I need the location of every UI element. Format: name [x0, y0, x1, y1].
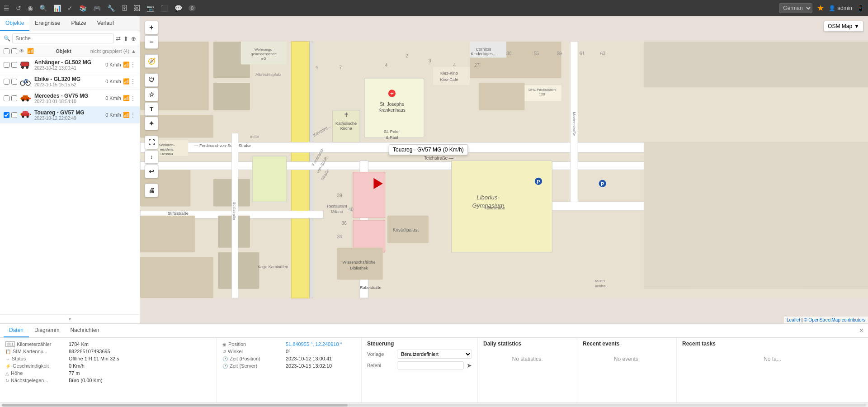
svg-rect-12 [29, 98, 31, 99]
bottom-daily-stats: Daily statistics No statistics. [478, 338, 577, 402]
tab-objekte[interactable]: Objekte [0, 16, 29, 31]
data-label: → Status [5, 356, 69, 361]
gamepad-icon[interactable]: 🎮 [93, 5, 101, 12]
image-icon[interactable]: 🖼 [134, 5, 140, 12]
item-check-secondary-mercedes[interactable] [11, 95, 17, 101]
admin-button[interactable]: 👤 admin [829, 5, 852, 11]
item-check-secondary-touareg[interactable] [11, 112, 17, 118]
svg-text:39: 39 [337, 193, 342, 198]
location-icon[interactable]: ◉ [28, 5, 33, 12]
svg-text:Teichstraße —: Teichstraße — [424, 156, 454, 161]
sidebar-scroll-down[interactable]: ▼ [0, 314, 140, 323]
expand-button[interactable]: ↕ [145, 150, 158, 164]
fullscreen-button[interactable]: ⛶ [145, 136, 158, 149]
shield-button[interactable]: 🛡 [145, 73, 158, 87]
item-info-touareg: Touareg - GV57 MG 2023-10-12 22:02:49 [34, 109, 105, 121]
share-icon[interactable]: ⬆ [123, 35, 128, 42]
map-container[interactable]: Liborius- Gymnasium St. Josephs Krankenh… [140, 16, 868, 323]
leaflet-link[interactable]: Leaflet [787, 317, 800, 322]
svg-text:Dessau: Dessau [160, 152, 173, 156]
bottom-position-section: ◉ Position 51.840955 °, 12.240918 ° ↺ Wi… [217, 338, 362, 402]
tab-diagramm[interactable]: Diagramm [29, 324, 65, 337]
vorlage-select[interactable]: Benutzerdefiniert [397, 350, 472, 359]
wrench-icon[interactable]: 🔧 [107, 5, 115, 12]
item-check-primary-touareg[interactable] [4, 112, 9, 118]
data-label: ↻ Nächstgelegen... [5, 378, 69, 383]
item-check-secondary-anhaenger[interactable] [11, 62, 17, 68]
svg-rect-46 [353, 172, 385, 218]
mobile-icon[interactable]: 📱 [857, 5, 864, 12]
search-input[interactable] [12, 33, 114, 43]
scrollbar-track[interactable] [2, 404, 866, 407]
language-select[interactable]: German English [779, 3, 812, 13]
item-check-primary-mercedes[interactable] [4, 95, 9, 101]
item-check-primary-anhaenger[interactable] [4, 62, 9, 68]
crosshair-icon[interactable]: ⊕ [131, 35, 136, 42]
select-all-primary[interactable] [4, 48, 9, 54]
square-icon[interactable]: ⬛ [160, 5, 168, 12]
item-date: 2023-10-01 18:54:10 [34, 99, 105, 104]
list-item[interactable]: Touareg - GV57 MG 2023-10-12 22:02:49 0 … [0, 107, 140, 123]
item-date: 2023-10-12 22:02:49 [34, 116, 105, 121]
camera-icon[interactable]: 📷 [146, 5, 154, 12]
position-value[interactable]: 51.840955 °, 12.240918 ° [286, 341, 356, 347]
more-icon[interactable]: ⋮ [130, 95, 136, 102]
tab-plaetze[interactable]: Plätze [66, 16, 91, 31]
menu-icon[interactable]: ☰ [4, 5, 9, 12]
tab-daten[interactable]: Daten [4, 324, 29, 337]
print-button[interactable]: 🖨 [145, 184, 158, 197]
snowflake-button[interactable]: ✦ [145, 117, 158, 130]
more-icon[interactable]: ⋮ [130, 111, 136, 118]
status-icon: → [5, 356, 10, 361]
svg-text:eG: eG [261, 57, 266, 61]
tab-ereignisse[interactable]: Ereignisse [29, 16, 66, 31]
data-label: 🕐 Zeit (Position) [222, 356, 286, 361]
befehl-input[interactable] [397, 361, 464, 369]
map-type-button[interactable]: OSM Map ▼ [824, 21, 863, 32]
tab-nachrichten[interactable]: Nachrichten [65, 324, 104, 337]
compass-button[interactable]: 🧭 [145, 54, 158, 68]
star-button[interactable]: ☆ [145, 88, 158, 101]
chat-icon[interactable]: 💬 [175, 5, 182, 12]
befehl-send-button[interactable]: ➤ [467, 362, 472, 369]
scrollbar-thumb[interactable] [2, 404, 348, 407]
more-icon[interactable]: ⋮ [130, 61, 136, 68]
text-button[interactable]: T [145, 102, 158, 116]
antenna-icon[interactable]: 📶 [27, 48, 34, 54]
item-check-secondary-ebike[interactable] [11, 79, 17, 85]
search-icon[interactable]: 🔍 [39, 5, 47, 12]
tooltip-text: Touareg - GV57 MG (0 Km/h) [393, 147, 464, 153]
svg-rect-30 [140, 216, 195, 252]
database-icon[interactable]: 🗄 [121, 5, 127, 12]
visibility-icon[interactable]: 👁 [19, 48, 24, 54]
svg-text:27: 27 [474, 63, 480, 68]
close-button[interactable]: × [859, 327, 863, 335]
nearby-icon: ↻ [5, 378, 9, 383]
list-item[interactable]: Mercedes - GV75 MG 2023-10-01 18:54:10 0… [0, 90, 140, 107]
tab-verlauf[interactable]: Verlauf [92, 16, 119, 31]
no-events-message: No events. [583, 356, 671, 362]
svg-rect-31 [140, 257, 213, 298]
item-check-primary-ebike[interactable] [4, 79, 9, 85]
osm-link[interactable]: © OpenStreetMap contributors [804, 317, 865, 322]
check-icon[interactable]: ✓ [67, 5, 73, 12]
signal-icon: 📶 [123, 62, 130, 68]
zoom-out-button[interactable]: − [145, 35, 158, 49]
more-icon[interactable]: ⋮ [130, 78, 136, 85]
filter-icon[interactable]: ⇄ [116, 35, 121, 42]
zoom-in-button[interactable]: + [145, 21, 158, 34]
svg-rect-101 [644, 42, 868, 87]
refresh-icon[interactable]: ↺ [16, 5, 21, 12]
map-type-text: OSM Map [828, 23, 852, 29]
chart-icon[interactable]: 📊 [53, 5, 61, 12]
item-speed: 0 Km/h [105, 95, 121, 101]
back-button[interactable]: ↩ [145, 165, 158, 178]
list-item[interactable]: Ebike - GL320 MG 2023-10-15 15:15:52 0 K… [0, 73, 140, 90]
collapse-icon[interactable]: ▲ [131, 48, 136, 54]
item-icon-mercedes [19, 92, 32, 104]
select-all-secondary[interactable] [11, 48, 17, 54]
book-icon[interactable]: 📚 [79, 5, 87, 12]
bottom-scrollbar[interactable] [0, 402, 868, 407]
data-row: ◉ Position 51.840955 °, 12.240918 ° [222, 341, 356, 348]
list-item[interactable]: Anhänger - GL502 MG 2023-10-12 13:00:41 … [0, 57, 140, 73]
